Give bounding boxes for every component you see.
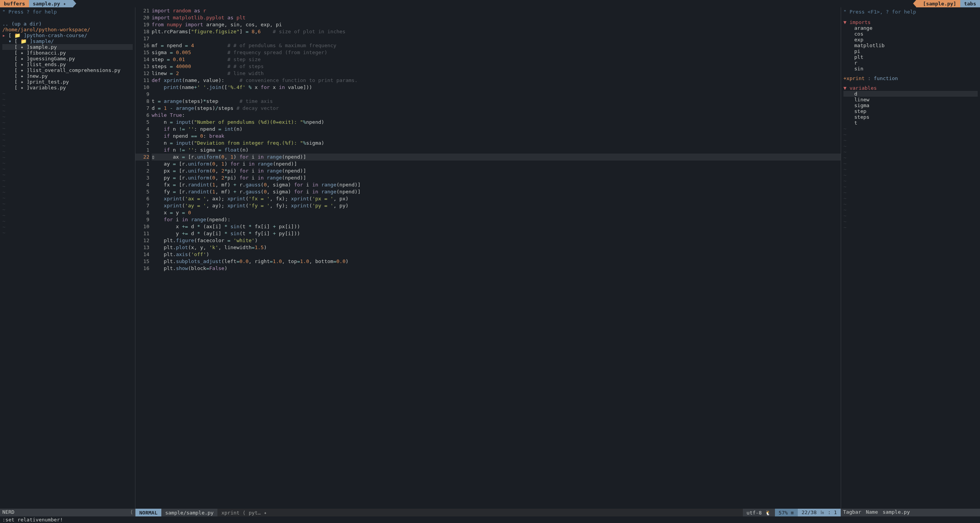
tagbar-function[interactable]: +xprint : function xyxy=(843,75,978,81)
code-line-16[interactable]: n = input("Number of pendulums (%d)(0=ex… xyxy=(152,119,841,126)
code-line-34[interactable]: plt.plot(x, y, 'k', linewidth=1.5) xyxy=(152,244,841,251)
tree-folder-1[interactable]: ▾ [ 📁 ]sample/ xyxy=(2,38,133,44)
tilde-line: ~ xyxy=(2,230,133,236)
vim-cmdline[interactable]: :set relativenumber! xyxy=(0,516,980,523)
line-number: 13 xyxy=(135,63,149,70)
code-line-18[interactable]: if npend == 0: break xyxy=(152,133,841,140)
code-line-28[interactable]: xprint('ay = ', ay); xprint('fy = ', fy)… xyxy=(152,202,841,209)
tagbar-item-r[interactable]: r xyxy=(843,60,978,66)
code-line-29[interactable]: x = y = 0 xyxy=(152,209,841,216)
tilde-line: ~ xyxy=(2,183,133,189)
tagbar-item-t[interactable]: t xyxy=(843,120,978,126)
line-number: 11 xyxy=(135,77,149,84)
code-line-7[interactable]: step = 0.01 # step size xyxy=(152,56,841,63)
line-number: 2 xyxy=(135,167,149,174)
code-line-20[interactable]: if n != '': sigma = float(n) xyxy=(152,147,841,154)
tilde-line: ~ xyxy=(843,132,978,137)
line-number: 3 xyxy=(135,133,149,140)
tree-file-5[interactable]: [ ✦ ]new.py xyxy=(2,73,133,79)
tabs-label[interactable]: tabs xyxy=(960,0,980,7)
code-line-24[interactable]: py = [r.uniform(0, 2*pi) for i in range(… xyxy=(152,174,841,181)
code-line-1[interactable]: import matplotlib.pyplot as plt xyxy=(152,14,841,21)
code-line-19[interactable]: n = input("Deviation from integer freq.(… xyxy=(152,140,841,147)
code-line-2[interactable]: from numpy import arange, sin, cos, exp,… xyxy=(152,21,841,28)
code-line-12[interactable] xyxy=(152,91,841,98)
tagbar-item-pi[interactable]: pi xyxy=(843,48,978,54)
status-percent: 57% ≡ xyxy=(775,509,798,516)
tab-item-sample[interactable]: [sample.py] xyxy=(916,0,960,7)
tilde-line: ~ xyxy=(843,213,978,219)
buffer-tab-sample[interactable]: sample.py ✦ xyxy=(29,0,73,7)
tagbar-item-step[interactable]: step xyxy=(843,108,978,114)
tagbar-item-matplotlib[interactable]: matplotlib xyxy=(843,43,978,48)
code-line-17[interactable]: if n != '': npend = int(n) xyxy=(152,126,841,133)
tilde-line: ~ xyxy=(843,201,978,207)
tagbar-section-imports[interactable]: ▼ imports xyxy=(843,19,978,25)
line-number: 9 xyxy=(135,91,149,98)
tagbar-item-steps[interactable]: steps xyxy=(843,114,978,120)
tagbar-section-variables[interactable]: ▼ variables xyxy=(843,85,978,91)
code-line-15[interactable]: while True: xyxy=(152,112,841,119)
tree-file-0[interactable]: [ ✦ ]sample.py xyxy=(2,44,133,50)
tilde-line: ~ xyxy=(843,166,978,172)
code-line-10[interactable]: def xprint(name, value): # convenience f… xyxy=(152,77,841,84)
tilde-line: ~ xyxy=(2,212,133,218)
tilde-line: ~ xyxy=(2,108,133,114)
code-line-5[interactable]: mf = npend = 4 # # of pendulums & maximu… xyxy=(152,42,841,49)
code-line-13[interactable]: t = arange(steps)*step # time axis xyxy=(152,98,841,105)
tilde-line: ~ xyxy=(2,201,133,207)
code-line-32[interactable]: y += d * (ay[i] * sin(t * fy[i] + py[i])… xyxy=(152,230,841,237)
buffers-tab[interactable]: buffers xyxy=(0,0,29,7)
tilde-line: ~ xyxy=(2,172,133,178)
code-line-33[interactable]: plt.figure(facecolor = 'white') xyxy=(152,237,841,244)
code-line-0[interactable]: import random as r xyxy=(152,7,841,14)
tagbar-item-cos[interactable]: cos xyxy=(843,31,978,37)
tagbar-item-d[interactable]: d xyxy=(843,91,978,97)
code-line-3[interactable]: plt.rcParams["figure.figsize"] = 8,6 # s… xyxy=(152,28,841,35)
tilde-line: ~ xyxy=(843,137,978,143)
tagbar-item-linew[interactable]: linew xyxy=(843,97,978,103)
tagbar-item-plt[interactable]: plt xyxy=(843,54,978,60)
tree-file-2[interactable]: [ ✦ ]guessingGame.py xyxy=(2,56,133,62)
code-line-23[interactable]: px = [r.uniform(0, 2*pi) for i in range(… xyxy=(152,167,841,174)
tagbar-panel[interactable]: " Press <F1>, ? for help ▼ importsarange… xyxy=(841,7,980,509)
line-number: 8 xyxy=(135,98,149,105)
tree-file-7[interactable]: [ ✦ ]variables.py xyxy=(2,85,133,91)
tilde-line: ~ xyxy=(2,189,133,195)
line-number: 3 xyxy=(135,174,149,181)
code-line-26[interactable]: fy = [r.randint(1, mf) + r.gauss(0, sigm… xyxy=(152,188,841,195)
code-line-35[interactable]: plt.axis('off') xyxy=(152,251,841,258)
code-line-30[interactable]: for i in range(npend): xyxy=(152,216,841,223)
tagbar-item-arange[interactable]: arange xyxy=(843,25,978,31)
nerdtree-panel[interactable]: " Press ? for help .. (up a dir) /home/j… xyxy=(0,7,135,509)
code-line-31[interactable]: x += d * (ax[i] * sin(t * fx[i] + px[i])… xyxy=(152,223,841,230)
tree-file-1[interactable]: [ ✦ ]fibonacci.py xyxy=(2,50,133,56)
tilde-line: ~ xyxy=(2,224,133,230)
code-line-37[interactable]: plt.show(block=False) xyxy=(152,265,841,272)
code-line-11[interactable]: print(name+' '.join(['%.4f' % x for x in… xyxy=(152,84,841,91)
code-editor[interactable]: 2120191817161514131211109876543212212345… xyxy=(135,7,841,509)
code-line-8[interactable]: steps = 40000 # # of steps xyxy=(152,63,841,70)
tilde-line: ~ xyxy=(843,224,978,230)
code-line-27[interactable]: xprint('ax = ', ax); xprint('fx = ', fx)… xyxy=(152,195,841,202)
code-line-21[interactable]: ▯ ax = [r.uniform(0, 1) for i in range(n… xyxy=(152,154,841,161)
tagbar-item-exp[interactable]: exp xyxy=(843,37,978,43)
tree-file-4[interactable]: [ ✦ ]list_overall_comprehensions.py xyxy=(2,67,133,73)
tilde-line: ~ xyxy=(843,207,978,213)
code-line-9[interactable]: linew = 2 # line width xyxy=(152,70,841,77)
code-line-22[interactable]: ay = [r.uniform(0, 1) for i in range(npe… xyxy=(152,161,841,167)
tilde-line: ~ xyxy=(2,218,133,224)
code-line-6[interactable]: sigma = 0.005 # frequency spread (from i… xyxy=(152,49,841,56)
arrow-icon: ⟨ xyxy=(130,509,133,516)
tree-folder-0[interactable]: ▸ [ 📁 ]python-crash-course/ xyxy=(2,32,133,38)
code-line-4[interactable] xyxy=(152,35,841,42)
tree-file-3[interactable]: [ ✦ ]list_ends.py xyxy=(2,62,133,67)
nerdtree-up-dir[interactable]: .. (up a dir) xyxy=(2,21,133,27)
tagbar-item-sin[interactable]: sin xyxy=(843,66,978,72)
code-line-14[interactable]: d = 1 - arange(steps)/steps # decay vect… xyxy=(152,105,841,112)
tree-file-6[interactable]: [ ✦ ]print_test.py xyxy=(2,79,133,85)
code-line-25[interactable]: fx = [r.randint(1, mf) + r.gauss(0, sigm… xyxy=(152,181,841,188)
tagbar-item-sigma[interactable]: sigma xyxy=(843,103,978,108)
code-line-36[interactable]: plt.subplots_adjust(left=0.0, right=1.0,… xyxy=(152,258,841,265)
tilde-line: ~ xyxy=(2,114,133,120)
